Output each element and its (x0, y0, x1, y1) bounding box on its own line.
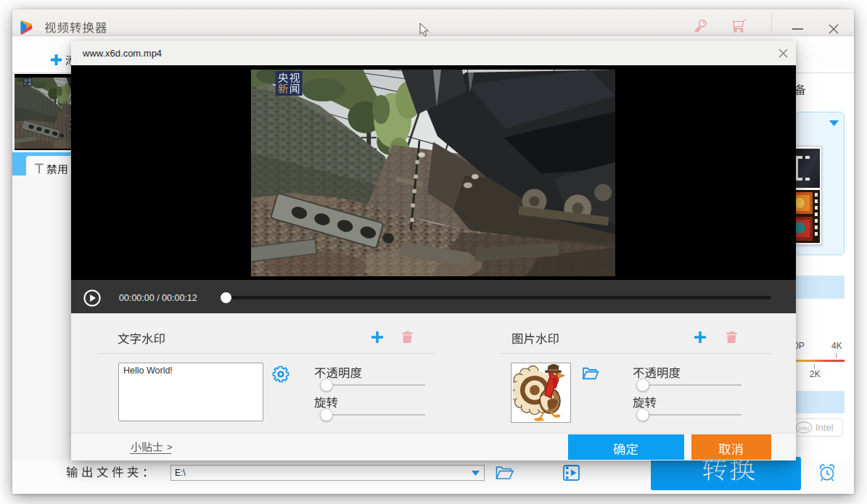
svg-text:intel: intel (799, 425, 810, 431)
